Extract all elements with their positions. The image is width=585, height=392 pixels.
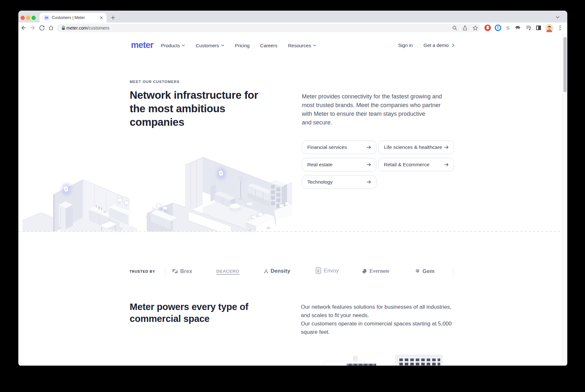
traffic-light-minimize[interactable]	[26, 16, 30, 20]
bookmark-star-icon[interactable]	[472, 25, 478, 31]
traffic-light-close[interactable]	[21, 16, 25, 20]
nav-item-customers[interactable]: Customers	[196, 43, 224, 48]
sidebar-toggle-icon[interactable]	[535, 24, 542, 31]
section-heading: Meter powers every type of commercial sp…	[130, 301, 248, 325]
density-logo: Density	[264, 268, 290, 274]
page-content: meter Products Customers Pricing Careers	[18, 33, 567, 366]
hero-heading: Network infrastructure for the most ambi…	[130, 88, 258, 129]
lock-icon	[60, 25, 66, 31]
url-bar[interactable]: meter.com/customers	[57, 24, 481, 32]
chevron-down-icon	[313, 44, 316, 46]
forward-icon[interactable]	[30, 25, 36, 31]
url-text: meter.com/customers	[66, 25, 109, 31]
gem-icon	[415, 269, 420, 274]
tab-title: Customers | Meter	[52, 15, 85, 20]
envoy-logo: Envoy	[316, 267, 339, 274]
meter-favicon: m	[44, 15, 49, 21]
browser-menu-dots-icon[interactable]	[557, 24, 563, 31]
hero-description: Meter provides connectivity for the fast…	[302, 92, 442, 127]
brex-logo: Brex	[172, 268, 192, 274]
section-paragraph-1: Our network features solutions for busin…	[301, 303, 451, 320]
site-nav: Products Customers Pricing Careers Resou…	[161, 33, 316, 58]
arrow-right-icon	[444, 145, 449, 149]
category-button-retail-ecommerce[interactable]: Retail & Ecommerce	[378, 158, 454, 171]
chevron-down-icon	[182, 44, 185, 46]
tab-close-icon[interactable]	[99, 15, 104, 20]
media-controls-icon[interactable]	[525, 24, 532, 31]
browser-toolbar: meter.com/customers S	[18, 23, 567, 33]
arrow-right-icon	[367, 180, 371, 184]
appliance-port-slot	[347, 364, 376, 366]
screenshot-stage: m Customers | Meter	[0, 0, 585, 392]
hero-eyebrow: MEET OUR CUSTOMERS	[130, 80, 180, 84]
scrollbar-track[interactable]	[562, 33, 567, 366]
url-domain: meter.com	[66, 25, 87, 31]
traffic-light-zoom[interactable]	[32, 16, 36, 20]
arrow-right-icon	[367, 163, 371, 167]
new-tab-icon[interactable]	[109, 14, 117, 22]
category-button-life-sciences[interactable]: Life sciences & healthcare	[378, 141, 454, 154]
gem-logo: Gem	[415, 268, 434, 274]
category-button-real-estate[interactable]: Real estate	[302, 158, 376, 171]
trusted-by-label: TRUSTED BY	[129, 269, 155, 273]
get-a-demo-link[interactable]: Get a demo	[423, 42, 454, 48]
chevron-down-icon	[221, 44, 224, 46]
office-building-illustration	[395, 355, 442, 366]
envoy-icon	[316, 267, 321, 274]
section-paragraph-2: Our customers operate in commercial spac…	[301, 320, 452, 336]
tab-strip: m Customers | Meter	[18, 11, 567, 23]
s-extension-icon[interactable]: S	[505, 24, 511, 31]
logo-row-divider	[165, 269, 165, 275]
home-icon[interactable]	[48, 25, 54, 31]
content-blocker-extension-icon[interactable]	[484, 24, 491, 31]
category-button-financial-services[interactable]: Financial services	[302, 141, 376, 154]
brex-icon	[172, 269, 178, 274]
scrollbar-thumb[interactable]	[563, 37, 567, 92]
nav-divider	[418, 43, 418, 48]
onepassword-extension-icon[interactable]	[495, 24, 501, 31]
nav-item-careers[interactable]: Careers	[260, 43, 277, 48]
dashed-section-divider	[18, 231, 562, 232]
nav-item-pricing[interactable]: Pricing	[235, 43, 250, 48]
share-icon[interactable]	[462, 25, 468, 31]
back-icon[interactable]	[20, 25, 26, 31]
arrow-right-icon	[444, 163, 449, 167]
browser-tab[interactable]: m Customers | Meter	[40, 13, 107, 23]
evernote-logo: Evernote	[362, 268, 389, 274]
category-button-technology[interactable]: Technology	[302, 175, 376, 189]
chevron-right-icon	[452, 43, 454, 47]
tab-search-chevron-icon[interactable]	[555, 14, 560, 20]
sign-in-link[interactable]: Sign in	[398, 42, 413, 48]
browser-window: m Customers | Meter	[18, 11, 567, 366]
profile-avatar[interactable]	[545, 24, 552, 31]
meter-logo[interactable]: meter	[131, 40, 153, 50]
density-icon	[264, 269, 268, 273]
url-path: /customers	[87, 25, 109, 31]
search-icon[interactable]	[452, 25, 458, 31]
logo-row-divider	[453, 269, 453, 275]
arrow-right-icon	[367, 145, 371, 149]
office-isometric-illustration	[23, 156, 292, 232]
nav-item-products[interactable]: Products	[161, 43, 185, 48]
deacero-logo: DEACERO	[216, 269, 239, 275]
reload-icon[interactable]	[39, 25, 45, 31]
extensions-puzzle-icon[interactable]	[515, 24, 522, 31]
nav-item-resources[interactable]: Resources	[288, 43, 316, 48]
evernote-elephant-icon	[362, 269, 367, 274]
